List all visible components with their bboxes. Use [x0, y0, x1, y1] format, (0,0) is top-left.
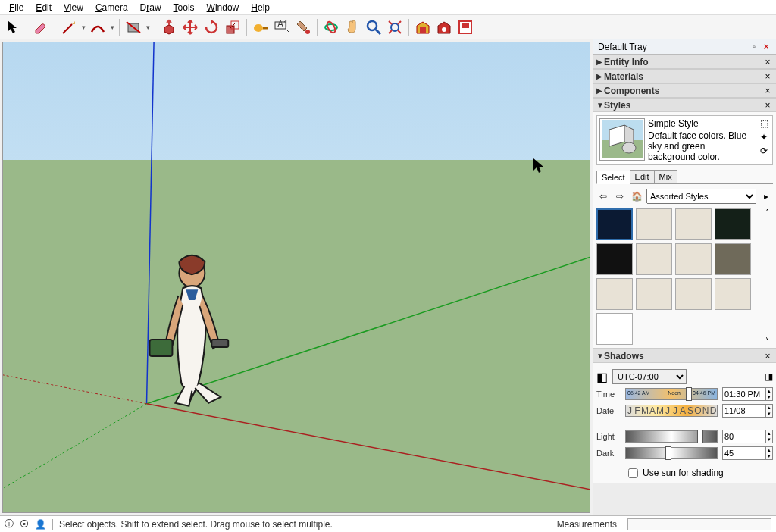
- styles-collection-select[interactable]: Assorted Styles: [646, 189, 756, 204]
- zoom-tool[interactable]: [364, 17, 383, 37]
- menu-help[interactable]: Help: [246, 2, 274, 14]
- tab-edit[interactable]: Edit: [630, 170, 655, 183]
- close-icon[interactable]: ×: [762, 351, 773, 361]
- svg-point-22: [622, 142, 636, 153]
- panel-shadows[interactable]: ▼Shadows×: [593, 349, 776, 363]
- pan-tool[interactable]: [343, 17, 362, 37]
- line-tool[interactable]: [59, 17, 79, 37]
- time-field[interactable]: [722, 387, 766, 401]
- close-icon[interactable]: ×: [762, 100, 773, 111]
- menu-window[interactable]: Window: [202, 2, 244, 14]
- style-refresh-icon[interactable]: ⟳: [760, 146, 768, 156]
- svg-rect-11: [420, 27, 426, 33]
- style-thumb[interactable]: [636, 243, 672, 275]
- menu-view[interactable]: View: [59, 2, 88, 14]
- tray-title-text: Default Tray: [598, 42, 647, 52]
- rectangle-tool[interactable]: [124, 17, 143, 37]
- thumbs-scrollbar[interactable]: ˄˅: [761, 208, 773, 345]
- tray-pin-icon[interactable]: ▫: [749, 42, 759, 52]
- close-icon[interactable]: ×: [762, 86, 773, 96]
- rotate-tool[interactable]: [202, 17, 221, 37]
- use-sun-label: Use sun for shading: [643, 468, 724, 478]
- panel-materials[interactable]: ▶Materials×: [593, 69, 776, 83]
- panel-components[interactable]: ▶Components×: [593, 83, 776, 98]
- style-preview-thumb[interactable]: [599, 118, 645, 161]
- style-thumb[interactable]: [675, 208, 712, 240]
- measurements-field[interactable]: [627, 518, 771, 530]
- menu-tools[interactable]: Tools: [169, 2, 199, 14]
- time-slider[interactable]: 06:42 AM Noon 04:46 PM: [625, 388, 718, 400]
- date-field[interactable]: [722, 404, 766, 418]
- style-thumb[interactable]: [596, 243, 633, 275]
- paint-tool[interactable]: [293, 17, 313, 37]
- style-thumb[interactable]: [715, 278, 751, 310]
- line-dropdown[interactable]: ▾: [80, 17, 86, 37]
- menu-edit[interactable]: Edit: [31, 2, 56, 14]
- light-slider[interactable]: [625, 430, 718, 443]
- nav-forward-icon[interactable]: ⇨: [613, 189, 627, 203]
- close-icon[interactable]: ×: [762, 57, 773, 67]
- date-slider[interactable]: JFMAMJJASOND: [625, 405, 718, 417]
- select-tool[interactable]: [3, 17, 23, 37]
- arc-tool[interactable]: [88, 17, 108, 37]
- menu-draw[interactable]: Draw: [136, 2, 166, 14]
- style-thumb[interactable]: [675, 278, 712, 310]
- axis-red: [147, 404, 590, 490]
- svg-point-10: [391, 23, 399, 31]
- menu-bar: File Edit View Camera Draw Tools Window …: [0, 0, 776, 15]
- style-thumb[interactable]: [596, 313, 633, 345]
- style-thumb[interactable]: [636, 208, 672, 240]
- tab-select[interactable]: Select: [596, 171, 630, 184]
- status-geo-icon[interactable]: ⦿: [20, 519, 29, 530]
- tape-tool[interactable]: [251, 17, 271, 37]
- text-tool[interactable]: A1: [272, 17, 292, 37]
- tab-mix[interactable]: Mix: [654, 170, 677, 183]
- extensions-tool[interactable]: [434, 17, 454, 37]
- scale-tool[interactable]: [223, 17, 242, 37]
- style-thumb[interactable]: [596, 208, 633, 240]
- orbit-tool[interactable]: [321, 17, 341, 37]
- menu-file[interactable]: File: [5, 2, 28, 14]
- svg-point-12: [442, 27, 446, 32]
- panel-entity-info[interactable]: ▶Entity Info×: [593, 55, 776, 69]
- style-thumb[interactable]: [636, 278, 672, 310]
- nav-details-icon[interactable]: ▸: [759, 189, 773, 203]
- panel-styles[interactable]: ▼Styles×: [593, 98, 776, 112]
- model-viewport[interactable]: [2, 42, 590, 513]
- tray-close-icon[interactable]: ✕: [761, 42, 771, 52]
- shadow-toggle-icon[interactable]: ◧: [596, 370, 608, 384]
- warehouse-tool[interactable]: [413, 17, 433, 37]
- svg-point-9: [368, 21, 377, 30]
- close-icon[interactable]: ×: [762, 71, 773, 82]
- style-thumb[interactable]: [675, 243, 712, 275]
- layout-tool[interactable]: [455, 17, 475, 37]
- style-create-icon[interactable]: ✦: [760, 132, 768, 142]
- light-field[interactable]: [722, 430, 766, 443]
- shape-dropdown[interactable]: ▾: [145, 17, 151, 37]
- use-sun-checkbox[interactable]: [628, 468, 638, 478]
- arc-dropdown[interactable]: ▾: [109, 17, 115, 37]
- menu-camera[interactable]: Camera: [91, 2, 133, 14]
- style-thumb[interactable]: [715, 208, 751, 240]
- status-help-icon[interactable]: ⓘ: [5, 518, 14, 530]
- zoom-extents-tool[interactable]: [385, 17, 405, 37]
- style-update-icon[interactable]: ⬚: [760, 118, 768, 129]
- svg-rect-1: [227, 26, 234, 33]
- style-thumb[interactable]: [596, 278, 633, 310]
- styles-thumbnails: ˄˅: [596, 208, 773, 345]
- style-name[interactable]: Simple Style: [648, 118, 755, 129]
- nav-back-icon[interactable]: ⇦: [596, 189, 610, 203]
- tray-titlebar[interactable]: Default Tray ▫ ✕: [593, 39, 776, 55]
- timezone-select[interactable]: UTC-07:00: [612, 369, 687, 384]
- move-tool[interactable]: [180, 17, 200, 37]
- style-thumb[interactable]: [715, 243, 751, 275]
- pushpull-tool[interactable]: [159, 17, 179, 37]
- shadow-settings-icon[interactable]: ◨: [765, 371, 773, 382]
- dark-slider[interactable]: [625, 447, 718, 459]
- styles-subtabs: Select Edit Mix: [596, 170, 773, 184]
- nav-home-icon[interactable]: 🏠: [630, 189, 643, 203]
- svg-point-3: [254, 24, 263, 32]
- dark-field[interactable]: [722, 446, 766, 460]
- status-credit-icon[interactable]: 👤: [35, 519, 46, 530]
- eraser-tool[interactable]: [31, 17, 51, 37]
